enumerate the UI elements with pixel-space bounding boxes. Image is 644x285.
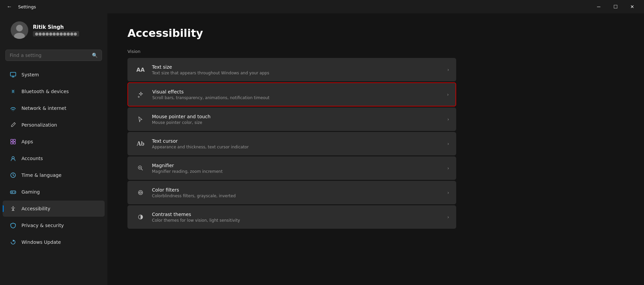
visual-effects-icon xyxy=(135,88,147,100)
back-button[interactable]: ← xyxy=(4,2,15,11)
nav-network[interactable]: Network & internet xyxy=(3,100,105,116)
text-cursor-icon: Ab xyxy=(135,138,147,150)
svg-rect-8 xyxy=(13,142,15,144)
mouse-pointer-desc: Mouse pointer color, size xyxy=(152,120,442,125)
visual-effects-text: Visual effects Scroll bars, transparency… xyxy=(152,89,441,100)
maximize-button[interactable]: ☐ xyxy=(608,1,623,12)
search-box[interactable]: 🔍 xyxy=(5,50,102,61)
windows-update-icon xyxy=(9,238,17,246)
color-filters-desc: Colorblindness filters, grayscale, inver… xyxy=(152,194,442,198)
text-cursor-title: Text cursor xyxy=(152,138,442,144)
avatar xyxy=(11,21,28,39)
magnifier-title: Magnifier xyxy=(152,163,442,168)
contrast-themes-chevron: › xyxy=(447,214,449,220)
time-label: Time & language xyxy=(21,172,61,178)
text-size-text: Text size Text size that appears through… xyxy=(152,64,442,75)
network-icon xyxy=(9,104,17,112)
settings-item-visual-effects[interactable]: Visual effects Scroll bars, transparency… xyxy=(127,82,456,106)
text-size-icon: AA xyxy=(135,64,147,76)
accounts-label: Accounts xyxy=(21,156,43,161)
section-vision-label: Vision xyxy=(127,49,624,54)
svg-point-12 xyxy=(14,192,14,193)
svg-point-14 xyxy=(13,206,14,207)
contrast-themes-icon xyxy=(135,211,147,223)
svg-point-4 xyxy=(13,111,13,111)
apps-icon xyxy=(9,138,17,145)
user-profile[interactable]: Ritik Singh ●●●●●●●●●●●● xyxy=(4,16,103,44)
contrast-themes-text: Contrast themes Color themes for low vis… xyxy=(152,212,442,223)
nav-windows-update[interactable]: Windows Update xyxy=(3,234,105,250)
personalization-icon xyxy=(9,121,17,129)
settings-item-text-size[interactable]: AA Text size Text size that appears thro… xyxy=(127,58,456,81)
bluetooth-icon xyxy=(9,88,17,95)
contrast-themes-title: Contrast themes xyxy=(152,212,442,217)
gaming-label: Gaming xyxy=(21,189,40,195)
search-icon: 🔍 xyxy=(92,53,98,58)
user-subtitle: ●●●●●●●●●●●● xyxy=(33,31,79,37)
nav-accounts[interactable]: Accounts xyxy=(3,150,105,166)
privacy-label: Privacy & security xyxy=(21,223,64,228)
svg-rect-7 xyxy=(11,142,13,144)
color-filters-chevron: › xyxy=(447,190,449,195)
privacy-icon xyxy=(9,222,17,229)
settings-item-text-cursor[interactable]: Ab Text cursor Appearance and thickness,… xyxy=(127,132,456,155)
nav-privacy[interactable]: Privacy & security xyxy=(3,217,105,233)
nav-accessibility[interactable]: Accessibility xyxy=(3,201,105,217)
sidebar: Ritik Singh ●●●●●●●●●●●● 🔍 System xyxy=(0,13,107,285)
mouse-pointer-title: Mouse pointer and touch xyxy=(152,114,442,119)
nav-gaming[interactable]: Gaming xyxy=(3,184,105,200)
settings-item-contrast-themes[interactable]: Contrast themes Color themes for low vis… xyxy=(127,205,456,229)
mouse-pointer-chevron: › xyxy=(447,117,449,122)
svg-rect-6 xyxy=(13,139,15,141)
apps-label: Apps xyxy=(21,139,33,144)
svg-point-13 xyxy=(14,192,15,193)
nav-system[interactable]: System xyxy=(3,67,105,83)
accessibility-icon xyxy=(9,205,17,212)
text-cursor-chevron: › xyxy=(447,141,449,146)
nav-personalization[interactable]: Personalization xyxy=(3,117,105,133)
close-button[interactable]: ✕ xyxy=(625,1,640,12)
user-name: Ritik Singh xyxy=(33,24,79,30)
title-bar: ← Settings ─ ☐ ✕ xyxy=(0,0,644,13)
system-icon xyxy=(9,71,17,78)
contrast-themes-desc: Color themes for low vision, light sensi… xyxy=(152,218,442,223)
text-cursor-text: Text cursor Appearance and thickness, te… xyxy=(152,138,442,149)
svg-rect-5 xyxy=(11,139,13,141)
accounts-icon xyxy=(9,155,17,162)
text-size-desc: Text size that appears throughout Window… xyxy=(152,71,442,75)
nav-time[interactable]: Time & language xyxy=(3,167,105,183)
magnifier-desc: Magnifier reading, zoom increment xyxy=(152,169,442,174)
content-area: Accessibility Vision AA Text size Text s… xyxy=(107,13,644,285)
personalization-label: Personalization xyxy=(21,122,57,128)
mouse-pointer-text: Mouse pointer and touch Mouse pointer co… xyxy=(152,114,442,125)
system-label: System xyxy=(21,72,39,77)
text-size-title: Text size xyxy=(152,64,442,70)
settings-list: AA Text size Text size that appears thro… xyxy=(127,58,456,229)
accessibility-label: Accessibility xyxy=(21,206,50,211)
text-cursor-desc: Appearance and thickness, text cursor in… xyxy=(152,145,442,149)
settings-item-magnifier[interactable]: Magnifier Magnifier reading, zoom increm… xyxy=(127,156,456,180)
magnifier-text: Magnifier Magnifier reading, zoom increm… xyxy=(152,163,442,174)
visual-effects-desc: Scroll bars, transparency, animations, n… xyxy=(152,95,441,100)
svg-point-1 xyxy=(16,25,23,31)
bluetooth-label: Bluetooth & devices xyxy=(21,89,69,94)
color-filters-text: Color filters Colorblindness filters, gr… xyxy=(152,187,442,198)
nav-apps[interactable]: Apps xyxy=(3,134,105,150)
user-info: Ritik Singh ●●●●●●●●●●●● xyxy=(33,24,79,37)
search-input[interactable] xyxy=(10,53,89,58)
windows-update-label: Windows Update xyxy=(21,239,61,245)
window-controls: ─ ☐ ✕ xyxy=(591,1,640,12)
app-title: Settings xyxy=(18,4,36,9)
search-container: 🔍 xyxy=(0,47,107,64)
time-icon xyxy=(9,171,17,179)
nav-bluetooth[interactable]: Bluetooth & devices xyxy=(3,83,105,99)
color-filters-title: Color filters xyxy=(152,187,442,193)
minimize-button[interactable]: ─ xyxy=(591,1,606,12)
settings-item-color-filters[interactable]: Color filters Colorblindness filters, gr… xyxy=(127,181,456,204)
svg-rect-3 xyxy=(10,72,16,76)
settings-item-mouse-pointer[interactable]: Mouse pointer and touch Mouse pointer co… xyxy=(127,108,456,131)
page-title: Accessibility xyxy=(127,27,624,40)
magnifier-chevron: › xyxy=(447,165,449,171)
main-layout: Ritik Singh ●●●●●●●●●●●● 🔍 System xyxy=(0,13,644,285)
gaming-icon xyxy=(9,188,17,196)
